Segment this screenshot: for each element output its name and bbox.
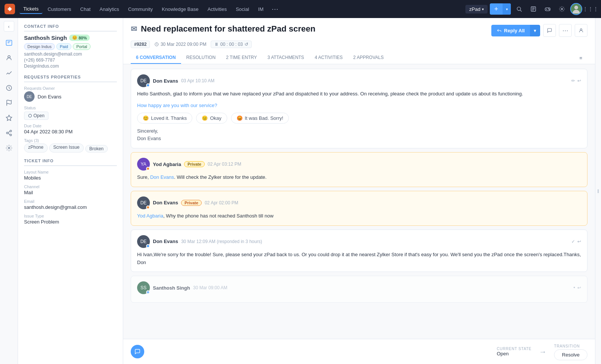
nav-more-icon[interactable]: ⋯ — [269, 3, 281, 15]
feedback-okay-label: Okay — [210, 115, 221, 121]
transition-block: TRANSITION Resolve — [554, 343, 587, 360]
reply-all-group: Reply All ▾ — [491, 25, 540, 36]
msg-body: Sure, Don Evans. Will check the Zylker s… — [137, 174, 581, 181]
current-state-value: Open — [497, 351, 532, 356]
nav-item-knowledge-base[interactable]: Knowledge Base — [158, 5, 202, 14]
sidebar-icon-star[interactable] — [2, 111, 16, 125]
status-badge[interactable]: Open — [24, 112, 48, 120]
contact-paid-tag: Paid — [56, 43, 71, 50]
apps-grid-icon[interactable]: ⋮⋮⋮ — [584, 3, 596, 15]
app-logo[interactable] — [5, 4, 15, 14]
contact-tags-row: Design Indus Paid Portal — [24, 43, 117, 50]
nav-item-im[interactable]: IM — [254, 5, 267, 14]
workspace-selector[interactable]: zPad ▾ — [465, 5, 488, 14]
nav-item-social[interactable]: Social — [232, 5, 253, 14]
chat-action-button[interactable] — [131, 345, 144, 358]
create-plus-icon: + — [490, 5, 503, 13]
layout-value: Mobiles — [24, 175, 117, 181]
msg-header: DE Don Evans 03 Apr 10:10 AM ✏ ↩ — [137, 74, 581, 87]
settings-icon[interactable] — [556, 3, 568, 15]
issue-type-label: Issue Type — [24, 214, 117, 218]
sidebar-icon-share[interactable] — [2, 126, 16, 140]
sidebar-icon-analytics[interactable] — [2, 66, 16, 80]
right-panel-collapse[interactable]: ‖ — [595, 18, 601, 364]
reply-all-dropdown[interactable]: ▾ — [530, 25, 540, 36]
tab-resolution[interactable]: RESOLUTION — [181, 52, 221, 64]
nav-item-tickets[interactable]: Tickets — [20, 5, 42, 14]
reply-icon-2[interactable]: ↩ — [577, 239, 581, 244]
svg-point-17 — [8, 56, 10, 58]
status-dot — [146, 83, 150, 87]
ticket-actions: Reply All ▾ ⋯ — [491, 24, 587, 37]
mail-icon: ✉ — [131, 24, 137, 33]
sidebar-icon-contacts[interactable] — [2, 51, 16, 65]
svg-point-11 — [549, 9, 549, 10]
more-action-button[interactable]: ⋯ — [559, 24, 572, 37]
tab-activities[interactable]: 4 ACTIVITIES — [310, 52, 348, 64]
notes-icon[interactable] — [527, 3, 539, 15]
feedback-loved-button[interactable]: 😊 Loved it. Thanks — [137, 113, 192, 124]
msg-body-text: Hello Santhosh, glad to inform you that … — [137, 90, 581, 98]
gamepad-icon[interactable] — [542, 3, 554, 15]
tab-attachments[interactable]: 3 ATTACHMENTS — [262, 52, 310, 64]
private-badge: Private — [181, 200, 202, 206]
create-button[interactable]: + ▾ — [490, 3, 511, 15]
mention-yod-agbaria[interactable]: Yod Agbaria — [137, 213, 163, 219]
nav-item-analytics[interactable]: Analytics — [96, 5, 123, 14]
feedback-okay-emoji: 😐 — [202, 115, 208, 121]
tab-approvals[interactable]: 2 APPROVALS — [348, 52, 389, 64]
status-dot — [146, 290, 150, 294]
msg-time: 02 Apr 03:12 PM — [208, 162, 241, 167]
feedback-bad-button[interactable]: 😡 It was Bad. Sorry! — [231, 113, 289, 124]
person-action-button[interactable] — [575, 24, 587, 37]
search-icon[interactable] — [513, 3, 525, 15]
sidebar-icon-settings[interactable] — [2, 141, 16, 155]
message-card-private: YA Yod Agbaria Private 02 Apr 03:12 PM S… — [131, 152, 587, 187]
mention-don-evans[interactable]: Don Evans — [150, 174, 174, 180]
user-avatar[interactable] — [570, 3, 582, 15]
reply-all-button[interactable]: Reply All — [491, 25, 530, 36]
nav-item-community[interactable]: Community — [124, 5, 157, 14]
feedback-loved-label: Loved it. Thanks — [151, 115, 187, 121]
msg-author: Santhosh Singh — [153, 285, 190, 291]
feedback-okay-button[interactable]: 😐 Okay — [196, 113, 227, 124]
svg-point-28 — [580, 29, 582, 30]
ticket-tabs: 6 CONVERSATION RESOLUTION 2 TIME ENTRY 3… — [131, 52, 587, 64]
sidebar-icon-history[interactable] — [2, 81, 16, 95]
nav-item-chat[interactable]: Chat — [77, 5, 94, 14]
reply-icon[interactable]: ↩ — [577, 78, 581, 83]
tab-conversation[interactable]: 6 CONVERSATION — [131, 52, 181, 64]
svg-point-26 — [8, 147, 10, 149]
contact-panel: CONTACT INFO Santhosh Singh 😊80% Design … — [18, 18, 123, 364]
ticket-meta: #9282 30 Mar 2022 09:00 PM ⏸ 00 : 00 : 0… — [131, 41, 587, 48]
resolve-button[interactable]: Resolve — [554, 349, 587, 360]
feedback-loved-emoji: 😊 — [143, 115, 149, 121]
comment-action-button[interactable] — [543, 24, 556, 37]
tag-screen-issue: Screen Issue — [49, 143, 84, 153]
sidebar-icon-flag[interactable] — [2, 96, 16, 110]
nav-item-customers[interactable]: Customers — [44, 5, 75, 14]
msg-header: DE Don Evans Private 02 Apr 02:00 PM — [137, 196, 581, 209]
reply-icon-3[interactable]: ↩ — [577, 285, 581, 290]
edit-icon[interactable]: ✏ — [571, 78, 575, 83]
sidebar-icon-tickets[interactable] — [2, 36, 16, 50]
msg-time: 30 Mar 09:00 AM — [193, 285, 227, 290]
owner-avatar: DE — [24, 91, 35, 102]
tab-time-entry[interactable]: 2 TIME ENTRY — [221, 52, 262, 64]
tabs-more-button[interactable]: ≡ — [574, 52, 587, 64]
msg-author: Don Evans — [153, 78, 178, 84]
sidebar-collapse-button[interactable]: ‹ — [4, 21, 14, 32]
ticket-tags-row: zPhone Screen Issue Broken — [24, 143, 117, 153]
svg-point-21 — [10, 130, 12, 132]
refresh-icon: ↺ — [245, 42, 248, 47]
msg-body: Yod Agbaria, Why the phone has not reach… — [137, 212, 581, 220]
current-state-label: CURRENT STATE — [497, 347, 532, 351]
owner-name: Don Evans — [38, 94, 62, 100]
transition-bar: CURRENT STATE Open → TRANSITION Resolve — [123, 339, 595, 364]
layout-field-label: Layout Name — [24, 170, 117, 174]
transition-arrow-icon: → — [539, 347, 547, 356]
status-dot — [146, 167, 150, 171]
nav-item-activities[interactable]: Activities — [204, 5, 230, 14]
msg-avatar: DE — [137, 196, 150, 209]
check-icon: ✓ — [571, 239, 575, 244]
